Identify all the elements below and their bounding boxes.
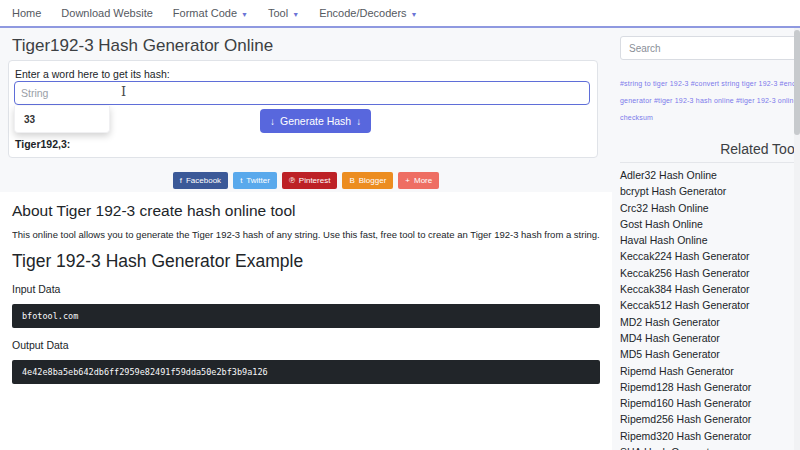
share-twitter-button[interactable]: t Twitter xyxy=(233,172,277,189)
related-tool-link[interactable]: Ripemd Hash Generator xyxy=(620,363,800,379)
related-tool-link[interactable]: MD5 Hash Generator xyxy=(620,346,800,362)
related-tool-link[interactable]: Ripemd256 Hash Generator xyxy=(620,411,800,427)
share-more-button[interactable]: + More xyxy=(398,172,439,189)
share-button-row: f Facebook t Twitter ℗ Pinterest B Blogg… xyxy=(0,172,612,189)
input-data-label: Input Data xyxy=(12,283,600,295)
nav-item[interactable]: Encode/Decoders ▼ xyxy=(309,7,427,19)
share-button-label: Pinterest xyxy=(299,176,331,185)
chevron-down-icon: ▼ xyxy=(241,11,248,18)
pinterest-icon: ℗ xyxy=(289,176,295,185)
hashtag-line[interactable]: generator #tiger 192-3 hash online #tige… xyxy=(620,92,800,109)
hashtag-line[interactable]: #string to tiger 192-3 #convert string t… xyxy=(620,75,800,92)
hashtag-links: #string to tiger 192-3 #convert string t… xyxy=(620,75,800,126)
share-facebook-button[interactable]: f Facebook xyxy=(173,172,228,189)
hash-result-label: Tiger192,3: xyxy=(15,138,70,150)
generate-hash-label: Generate Hash xyxy=(280,115,351,127)
nav-item[interactable]: Tool ▼ xyxy=(258,7,309,19)
related-tool-link[interactable]: SHA Hash Generator xyxy=(620,444,800,450)
related-tools-heading: Related Tools xyxy=(620,141,800,163)
related-tool-link[interactable]: Keccak224 Hash Generator xyxy=(620,248,800,264)
related-tool-link[interactable]: Crc32 Hash Online xyxy=(620,200,800,216)
share-blogger-button[interactable]: B Blogger xyxy=(342,172,393,189)
share-button-label: More xyxy=(414,176,432,185)
related-tool-link[interactable]: Ripemd128 Hash Generator xyxy=(620,379,800,395)
example-input-code-block: bfotool.com xyxy=(12,304,600,328)
related-tool-link[interactable]: MD2 Hash Generator xyxy=(620,314,800,330)
nav-item-label: Encode/Decoders xyxy=(319,7,406,19)
autocomplete-suggestion[interactable]: 33 xyxy=(14,106,110,133)
related-tool-link[interactable]: Haval Hash Online xyxy=(620,232,800,248)
page-title: Tiger192-3 Hash Generator Online xyxy=(12,36,273,56)
related-tool-link[interactable]: Keccak384 Hash Generator xyxy=(620,281,800,297)
hash-form-card: Enter a word here to get its hash: I 33 … xyxy=(8,60,598,158)
related-tool-link[interactable]: Keccak512 Hash Generator xyxy=(620,297,800,313)
scrollbar-track[interactable] xyxy=(794,0,800,450)
chevron-down-icon: ▼ xyxy=(411,11,418,18)
nav-item-label: Tool xyxy=(268,7,288,19)
input-instruction-label: Enter a word here to get its hash: xyxy=(15,68,170,80)
related-tool-link[interactable]: MD4 Hash Generator xyxy=(620,330,800,346)
related-tool-link[interactable]: Gost Hash Online xyxy=(620,216,800,232)
facebook-icon: f xyxy=(180,176,182,185)
nav-item[interactable]: Format Code ▼ xyxy=(163,7,258,19)
nav-item[interactable]: Home xyxy=(2,7,51,19)
suggestion-value: 33 xyxy=(24,114,35,125)
twitter-bird-icon: t xyxy=(240,176,242,185)
related-tools-list: Adler32 Hash Online bcrypt Hash Generato… xyxy=(620,163,800,450)
related-tool-link[interactable]: Keccak256 Hash Generator xyxy=(620,265,800,281)
sidebar: #string to tiger 192-3 #convert string t… xyxy=(620,28,800,450)
about-heading: About Tiger 192-3 create hash online too… xyxy=(12,202,600,220)
nav-item-label: Format Code xyxy=(173,7,237,19)
about-section: About Tiger 192-3 create hash online too… xyxy=(0,192,612,450)
related-tool-link[interactable]: Ripemd160 Hash Generator xyxy=(620,395,800,411)
search-input[interactable] xyxy=(620,36,800,60)
share-pinterest-button[interactable]: ℗ Pinterest xyxy=(282,172,337,189)
share-button-label: Twitter xyxy=(246,176,270,185)
generate-hash-button[interactable]: ↓ Generate Hash ↓ xyxy=(260,109,371,133)
nav-item-label: Home xyxy=(12,7,41,19)
example-output-code-block: 4e42e8ba5eb642db6ff2959e82491f59dda50e2b… xyxy=(12,360,600,384)
related-tool-link[interactable]: Adler32 Hash Online xyxy=(620,167,800,183)
share-button-label: Blogger xyxy=(359,176,387,185)
about-paragraph: This online tool allows you to generate … xyxy=(12,229,600,240)
scrollbar-thumb[interactable] xyxy=(794,30,800,135)
down-arrow-icon: ↓ xyxy=(356,116,361,127)
output-data-label: Output Data xyxy=(12,339,600,351)
down-arrow-icon: ↓ xyxy=(270,116,275,127)
plus-icon: + xyxy=(405,176,410,185)
nav-item-label: Download Website xyxy=(61,7,153,19)
related-tool-link[interactable]: bcrypt Hash Generator xyxy=(620,183,800,199)
string-input[interactable] xyxy=(14,81,590,105)
example-heading: Tiger 192-3 Hash Generator Example xyxy=(12,251,600,272)
chevron-down-icon: ▼ xyxy=(292,11,299,18)
blogger-icon: B xyxy=(349,176,354,185)
hashtag-line[interactable]: checksum xyxy=(620,109,800,126)
related-tool-link[interactable]: Ripemd320 Hash Generator xyxy=(620,428,800,444)
nav-item[interactable]: Download Website xyxy=(51,7,163,19)
top-navbar: Home Download Website Format Code ▼ Tool… xyxy=(0,0,800,28)
share-button-label: Facebook xyxy=(186,176,221,185)
